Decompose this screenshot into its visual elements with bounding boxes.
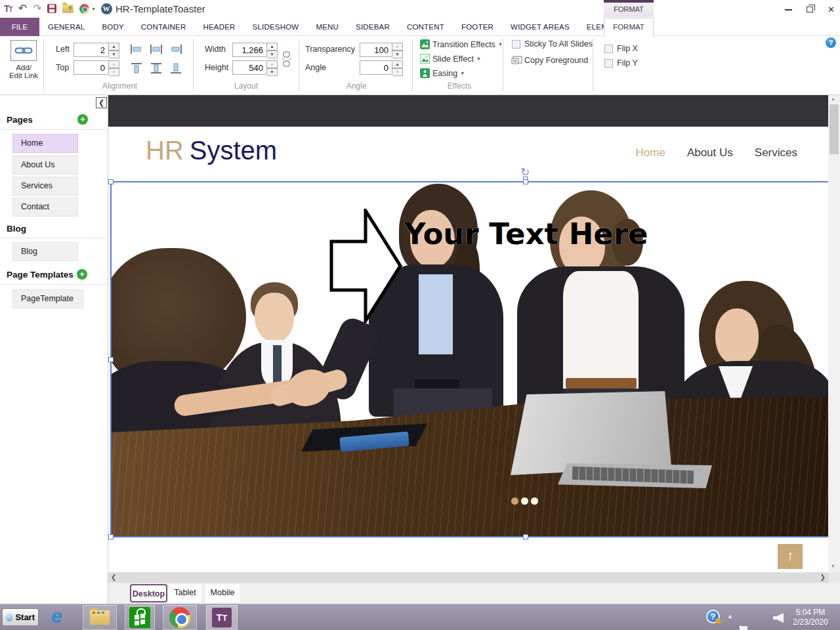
selection-handle-top-center[interactable]	[523, 179, 528, 184]
aspect-link-icon[interactable]	[281, 51, 293, 70]
transparency-input[interactable]	[360, 43, 392, 57]
redo-icon[interactable]: ↷	[33, 3, 41, 14]
sidebar-item-blog[interactable]: Blog	[12, 242, 78, 261]
align-right-icon[interactable]	[169, 43, 182, 58]
align-left-icon[interactable]	[130, 43, 143, 58]
flip-y-checkbox[interactable]	[604, 59, 613, 68]
arrow-shape[interactable]	[329, 209, 403, 323]
tab-format-selected[interactable]: FORMAT	[604, 18, 654, 37]
top-spinner[interactable]: ▲▼	[109, 60, 119, 75]
nav-home[interactable]: Home	[636, 146, 665, 159]
open-project-icon[interactable]	[62, 5, 74, 13]
tab-footer[interactable]: FOOTER	[453, 18, 502, 36]
add-page-button[interactable]: +	[77, 114, 88, 125]
transition-effects-button[interactable]: Transition Effects▼	[432, 39, 503, 49]
tray-help-icon[interactable]: ?	[706, 610, 720, 623]
tab-tablet[interactable]: Tablet	[169, 584, 201, 602]
scroll-up-icon[interactable]: ▲	[831, 96, 835, 101]
tab-slideshow[interactable]: SLIDESHOW	[244, 18, 308, 36]
top-input[interactable]	[74, 60, 109, 75]
sidebar-item-home[interactable]: Home	[12, 134, 78, 153]
taskbar-clock[interactable]: 5:04 PM 2/23/2020	[785, 608, 836, 627]
selection-handle-bottom-center[interactable]	[523, 534, 528, 539]
width-spinner[interactable]: ▲▼	[267, 43, 278, 57]
angle-spinner[interactable]: ▲▼	[392, 60, 403, 75]
vertical-scroll-thumb[interactable]	[830, 104, 839, 154]
site-logo[interactable]: HRSystem	[146, 136, 277, 165]
slide-effect-icon	[420, 54, 430, 66]
chrome-taskbar-button[interactable]	[163, 605, 197, 630]
sidebar-item-contact[interactable]: Contact	[12, 198, 78, 217]
align-top-icon[interactable]	[130, 62, 143, 77]
help-icon[interactable]: ?	[826, 37, 836, 48]
scroll-to-top-button[interactable]: ↑	[778, 544, 803, 569]
minimize-button[interactable]	[785, 9, 792, 10]
slideshow-selection[interactable]: Your Text Here	[110, 181, 828, 537]
store-taskbar-button[interactable]	[125, 605, 155, 630]
ribbon-tabs: GENERAL BODY CONTAINER HEADER SLIDESHOW …	[39, 18, 637, 36]
add-template-button[interactable]: +	[77, 269, 87, 280]
left-input[interactable]	[74, 43, 109, 57]
flip-x-checkbox[interactable]	[604, 45, 613, 53]
sticky-checkbox[interactable]	[512, 40, 520, 49]
transparency-spinner[interactable]: ▲▼	[392, 43, 403, 57]
copy-foreground-button[interactable]: Copy Foreground	[524, 56, 588, 65]
selection-handle-mid-left[interactable]	[108, 357, 114, 362]
action-center-flag-icon[interactable]: ✕	[739, 625, 748, 630]
tab-menu[interactable]: MENU	[307, 18, 347, 36]
browser-preview-icon[interactable]	[79, 4, 89, 14]
internet-explorer-icon[interactable]: e	[51, 606, 62, 626]
selection-handle-top-left[interactable]	[108, 179, 114, 184]
easing-button[interactable]: Easing▼	[432, 68, 465, 78]
restore-button[interactable]	[807, 7, 813, 12]
align-bottom-icon[interactable]	[169, 62, 182, 77]
align-middle-icon[interactable]	[150, 62, 163, 77]
file-explorer-taskbar-button[interactable]	[83, 605, 117, 630]
vertical-scrollbar[interactable]: ▲ ▼	[828, 95, 840, 583]
scroll-left-icon[interactable]: ❮	[111, 574, 116, 581]
slide-effect-button[interactable]: Slide Effect▼	[432, 54, 481, 64]
tab-desktop[interactable]: Desktop	[130, 584, 167, 602]
align-center-icon[interactable]	[150, 43, 163, 58]
angle-input[interactable]	[360, 60, 392, 75]
sidebar-item-pagetemplate[interactable]: PageTemplate	[12, 289, 83, 308]
window-controls: ✕	[785, 5, 835, 14]
tab-header[interactable]: HEADER	[194, 18, 243, 36]
close-button[interactable]: ✕	[828, 5, 835, 14]
horizontal-scrollbar[interactable]: ❮ ❯	[108, 572, 828, 583]
tab-general[interactable]: GENERAL	[39, 18, 93, 36]
start-button[interactable]: Start	[2, 608, 39, 626]
slide-dot-2[interactable]	[521, 497, 528, 505]
volume-icon[interactable]	[773, 613, 784, 623]
tab-mobile[interactable]: Mobile	[205, 584, 240, 602]
sidebar-collapse-button[interactable]: ❮	[96, 97, 107, 108]
left-spinner[interactable]: ▲▼	[109, 43, 119, 57]
undo-icon[interactable]: ↶	[18, 3, 27, 14]
tab-sidebar[interactable]: SIDEBAR	[347, 18, 398, 36]
slide-dot-3[interactable]	[531, 497, 538, 505]
scroll-right-icon[interactable]: ❯	[820, 574, 826, 581]
save-icon[interactable]	[47, 4, 56, 13]
sidebar-item-about-us[interactable]: About Us	[12, 156, 78, 175]
height-spinner[interactable]: ▲▼	[267, 60, 278, 75]
sidebar-item-services[interactable]: Services	[12, 177, 78, 196]
nav-about-us[interactable]: About Us	[687, 146, 733, 159]
selection-handle-bottom-left[interactable]	[108, 534, 114, 539]
height-label: Height	[205, 63, 228, 72]
tab-body[interactable]: BODY	[93, 18, 132, 36]
tab-content[interactable]: CONTENT	[398, 18, 453, 36]
tab-file[interactable]: FILE	[0, 18, 39, 36]
tab-widget-areas[interactable]: WIDGET AREAS	[502, 18, 578, 36]
height-input[interactable]	[232, 60, 267, 75]
show-hidden-icons[interactable]: ▲	[727, 613, 733, 620]
tab-container[interactable]: CONTAINER	[133, 18, 195, 36]
templatetoaster-taskbar-button[interactable]: TT	[206, 605, 238, 630]
scroll-down-icon[interactable]: ▼	[831, 564, 835, 568]
width-input[interactable]	[232, 43, 267, 57]
wordpress-icon[interactable]: W	[101, 3, 112, 14]
slide-overlay-text[interactable]: Your Text Here	[404, 217, 648, 251]
slide-dot-1[interactable]	[511, 497, 518, 505]
nav-services[interactable]: Services	[755, 146, 797, 159]
add-edit-link-button[interactable]: Add/ Edit Link	[8, 40, 39, 79]
browser-dropdown-icon[interactable]: ▾	[92, 6, 94, 12]
